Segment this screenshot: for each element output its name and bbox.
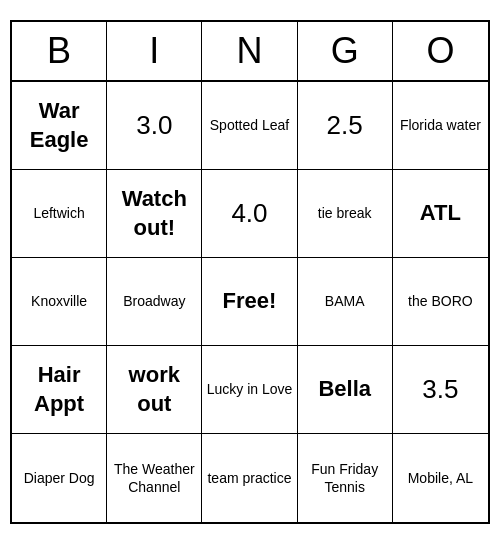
- bingo-cell-14: the BORO: [393, 258, 488, 346]
- bingo-cell-11: Broadway: [107, 258, 202, 346]
- bingo-cell-21: The Weather Channel: [107, 434, 202, 522]
- bingo-cell-3: 2.5: [298, 82, 393, 170]
- bingo-cell-4: Florida water: [393, 82, 488, 170]
- bingo-cell-23: Fun Friday Tennis: [298, 434, 393, 522]
- bingo-cell-24: Mobile, AL: [393, 434, 488, 522]
- bingo-cell-12: Free!: [202, 258, 297, 346]
- bingo-cell-18: Bella: [298, 346, 393, 434]
- bingo-cell-0: War Eagle: [12, 82, 107, 170]
- bingo-cell-20: Diaper Dog: [12, 434, 107, 522]
- header-letter-b: B: [12, 22, 107, 80]
- bingo-cell-19: 3.5: [393, 346, 488, 434]
- bingo-cell-2: Spotted Leaf: [202, 82, 297, 170]
- header-letter-i: I: [107, 22, 202, 80]
- header-letter-o: O: [393, 22, 488, 80]
- bingo-cell-1: 3.0: [107, 82, 202, 170]
- bingo-cell-8: tie break: [298, 170, 393, 258]
- header-letter-g: G: [298, 22, 393, 80]
- bingo-cell-13: BAMA: [298, 258, 393, 346]
- bingo-cell-6: Watch out!: [107, 170, 202, 258]
- bingo-cell-15: Hair Appt: [12, 346, 107, 434]
- bingo-grid: War Eagle3.0Spotted Leaf2.5Florida water…: [12, 82, 488, 522]
- bingo-cell-22: team practice: [202, 434, 297, 522]
- bingo-card: BINGO War Eagle3.0Spotted Leaf2.5Florida…: [10, 20, 490, 524]
- bingo-header: BINGO: [12, 22, 488, 82]
- bingo-cell-9: ATL: [393, 170, 488, 258]
- bingo-cell-16: work out: [107, 346, 202, 434]
- bingo-cell-17: Lucky in Love: [202, 346, 297, 434]
- header-letter-n: N: [202, 22, 297, 80]
- bingo-cell-10: Knoxville: [12, 258, 107, 346]
- bingo-cell-5: Leftwich: [12, 170, 107, 258]
- bingo-cell-7: 4.0: [202, 170, 297, 258]
